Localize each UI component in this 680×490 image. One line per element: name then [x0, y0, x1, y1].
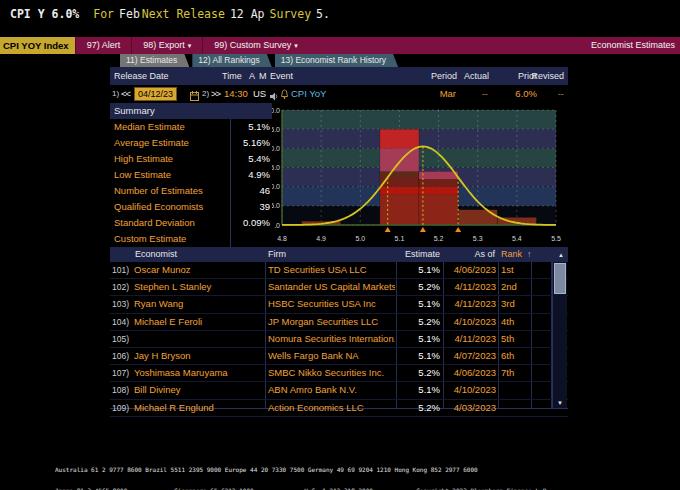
- scroll-down-icon[interactable]: ▼: [553, 399, 567, 407]
- row-key: 105): [112, 331, 129, 347]
- svg-text:5.3: 5.3: [473, 235, 483, 242]
- svg-text:15.0: 15.0: [272, 164, 280, 171]
- revised-header: Revised: [531, 67, 564, 85]
- chevron-down-icon: ▾: [188, 42, 192, 49]
- export-button[interactable]: 98) Export▾: [131, 37, 202, 54]
- asof-date: 4/07/2023: [444, 348, 496, 364]
- asof-date: 4/10/2023: [444, 382, 496, 398]
- row-key: 104): [112, 314, 129, 330]
- table-row[interactable]: 103)Ryan WangHSBC Securities USA Inc5.1%…: [110, 296, 568, 313]
- x-axis-labels: 4.84.95.05.15.25.35.45.5: [277, 235, 561, 242]
- rank-value: 3rd: [501, 296, 515, 312]
- main-content: 11) Estimates 12) All Rankings 13) Econo…: [110, 54, 568, 409]
- table-row[interactable]: 106)Jay H BrysonWells Fargo Bank NA5.1%4…: [110, 348, 568, 365]
- summary-title: Summary: [110, 103, 272, 119]
- security-chip[interactable]: CPI YOY Index: [0, 37, 75, 54]
- estimate-value: 5.2%: [397, 400, 440, 416]
- alert-button-label: 97) Alert: [87, 40, 121, 50]
- economist-name: Yoshimasa Maruyama: [134, 365, 228, 381]
- firm-name: Action Economics LLC: [268, 400, 395, 416]
- scroll-up-icon[interactable]: ▲: [558, 248, 564, 263]
- event-link[interactable]: CPI YoY: [291, 85, 326, 103]
- estimate-distribution-chart: 4.84.95.05.15.25.35.45.5.05.010.015.020.…: [272, 103, 568, 247]
- summary-row-high: High Estimate5.4%: [110, 151, 272, 167]
- prev-release-button[interactable]: <<: [121, 85, 130, 103]
- economist-name: Michael E Feroli: [134, 314, 202, 330]
- summary-value: 4.9%: [230, 167, 270, 183]
- table-row[interactable]: 102)Stephen L StanleySantander US Capita…: [110, 279, 568, 296]
- asof-date: 4/11/2023: [444, 279, 496, 295]
- scrollbar-thumb[interactable]: [554, 263, 566, 294]
- summary-row-count: Number of Estimates46: [110, 183, 272, 199]
- table-row[interactable]: 108)Bill DivineyABN Amro Bank N.V.5.1%4/…: [110, 382, 568, 399]
- asof-date: 4/06/2023: [444, 365, 496, 381]
- summary-label: Number of Estimates: [114, 183, 203, 199]
- rank-value: 6th: [501, 348, 514, 364]
- table-row[interactable]: 105)Nomura Securities Internation...5.1%…: [110, 331, 568, 348]
- chevron-down-icon: ▾: [294, 42, 298, 49]
- summary-row-qualified: Qualified Economists39: [110, 199, 272, 215]
- table-scrollbar[interactable]: ▼: [552, 262, 567, 408]
- next-release-button[interactable]: >>: [211, 85, 220, 103]
- firm-name: HSBC Securities USA Inc: [268, 296, 395, 312]
- estimate-value: 5.1%: [397, 296, 440, 312]
- summary-value: 39: [230, 199, 270, 215]
- summary-label: Standard Deviation: [114, 215, 195, 231]
- summary-value: 0.09%: [230, 215, 270, 231]
- asof-date: 4/10/2023: [444, 314, 496, 330]
- asof-date: 4/03/2023: [444, 400, 496, 416]
- marker-arrow-icon: [455, 227, 461, 232]
- svg-text:5.2: 5.2: [434, 235, 444, 242]
- summary-row-average: Average Estimate5.16%: [110, 135, 272, 151]
- row-key: 109): [112, 400, 129, 416]
- economist-column-header[interactable]: Economist: [135, 247, 177, 262]
- estimate-value: 5.2%: [397, 314, 440, 330]
- summary-row-low: Low Estimate4.9%: [110, 167, 272, 183]
- firm-name: Santander US Capital Markets ...: [268, 279, 395, 295]
- table-row[interactable]: 101)Oscar MunozTD Securities USA LLC5.1%…: [110, 262, 568, 279]
- next-release-label: Next Release: [142, 7, 225, 21]
- rank-column-header[interactable]: Rank: [501, 247, 522, 262]
- firm-name: ABN Amro Bank N.V.: [268, 382, 395, 398]
- estimate-column-header[interactable]: Estimate: [397, 247, 440, 262]
- tab-economist-rank-history[interactable]: 13) Economist Rank History: [275, 54, 398, 67]
- table-row[interactable]: 104)Michael E FeroliJP Morgan Securities…: [110, 314, 568, 331]
- export-button-label: 98) Export: [143, 40, 185, 50]
- table-row[interactable]: 109)Michael R EnglundAction Economics LL…: [110, 400, 568, 417]
- sort-arrow-icon[interactable]: ↑: [527, 247, 532, 262]
- firm-column-header[interactable]: Firm: [268, 247, 286, 262]
- tab-estimates[interactable]: 11) Estimates: [120, 54, 189, 67]
- alert-col-header: A: [249, 67, 255, 85]
- asof-date: 4/11/2023: [444, 331, 496, 347]
- summary-row-median: Median Estimate5.1%: [110, 119, 272, 135]
- asof-column-header[interactable]: As of: [444, 247, 495, 262]
- release-header-row: Release Date Time A M Event Period Actua…: [110, 67, 568, 85]
- summary-value: 46: [230, 183, 270, 199]
- svg-text:25.0: 25.0: [272, 126, 280, 133]
- firm-name: SMBC Nikko Securities Inc.: [268, 365, 395, 381]
- release-date-input[interactable]: 04/12/23: [134, 87, 177, 101]
- estimate-value: 5.2%: [397, 365, 440, 381]
- svg-text:5.0: 5.0: [272, 202, 280, 209]
- rank-value: 7th: [501, 365, 514, 381]
- alert-button[interactable]: 97) Alert: [75, 37, 132, 54]
- svg-text:10.0: 10.0: [272, 183, 280, 190]
- custom-survey-button[interactable]: 99) Custom Survey▾: [202, 37, 309, 54]
- economist-name: Oscar Munoz: [134, 262, 191, 278]
- release-data-row: 1) << 04/12/23 2) >> 14:30 US CPI YoY Ma…: [110, 85, 568, 103]
- event-header: Event: [270, 67, 293, 85]
- rank-value: 2nd: [501, 279, 517, 295]
- prior-value: 6.0%: [515, 85, 537, 103]
- table-row[interactable]: 107)Yoshimasa MaruyamaSMBC Nikko Securit…: [110, 365, 568, 382]
- svg-text:.0: .0: [274, 222, 280, 229]
- svg-text:5.1: 5.1: [395, 235, 405, 242]
- security-ticker-value: CPI Y 6.0%: [10, 7, 79, 21]
- tab-all-rankings[interactable]: 12) All Rankings: [192, 54, 271, 67]
- estimate-value: 5.1%: [397, 331, 440, 347]
- svg-text:4.8: 4.8: [277, 235, 287, 242]
- rank-value: 1st: [501, 262, 514, 278]
- row-key: 107): [112, 365, 129, 381]
- summary-row-custom-estimate: Custom Estimate: [110, 231, 272, 247]
- estimate-value: 5.1%: [397, 348, 440, 364]
- custom-estimate-input[interactable]: [230, 231, 270, 247]
